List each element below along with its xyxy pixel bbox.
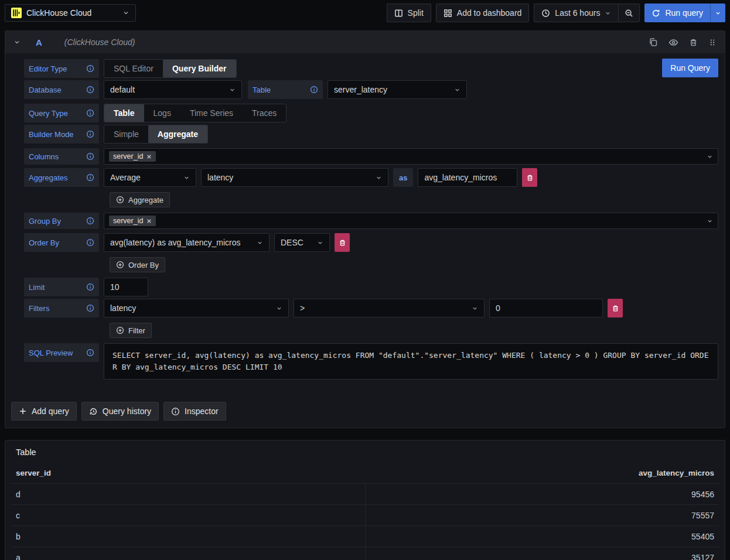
query-type-switch: Table Logs Time Series Traces	[104, 104, 286, 122]
columns-label: Columns	[24, 148, 99, 165]
run-query-inline-button[interactable]: Run Query	[662, 59, 718, 77]
as-label: as	[393, 168, 413, 187]
plus-circle-icon	[116, 261, 124, 269]
builder-mode-option-aggregate[interactable]: Aggregate	[148, 125, 207, 143]
columns-multiselect[interactable]: server_id	[104, 148, 718, 165]
query-type-option-logs[interactable]: Logs	[144, 104, 180, 122]
cell-server-id: c	[11, 505, 365, 526]
cell-avg-latency-micros: 35127	[365, 547, 719, 560]
database-label: Database	[24, 80, 99, 99]
add-filter-button[interactable]: Filter	[110, 323, 152, 338]
plus-circle-icon	[116, 196, 124, 204]
datasource-picker[interactable]: ClickHouse Cloud	[5, 4, 136, 22]
group-by-multiselect[interactable]: server_id	[104, 213, 718, 229]
query-editor-body: Run Query Editor Type SQL Editor Query B…	[5, 53, 725, 388]
trash-icon	[339, 239, 346, 247]
eye-icon[interactable]	[668, 37, 678, 47]
order-by-direction-select[interactable]: DESC	[274, 233, 330, 252]
remove-order-by-button[interactable]	[335, 233, 350, 252]
table-row: c75557	[11, 505, 719, 526]
filter-operator-select[interactable]: >	[294, 299, 485, 317]
query-type-option-table[interactable]: Table	[104, 104, 144, 122]
limit-label: Limit	[24, 278, 99, 296]
table-row: b55405	[11, 526, 719, 547]
drag-handle-icon[interactable]	[708, 38, 717, 47]
chevron-down-icon	[122, 9, 129, 16]
time-range-picker[interactable]: Last 6 hours	[534, 4, 619, 22]
info-circle-icon[interactable]	[86, 152, 94, 161]
filter-value-input[interactable]	[489, 299, 603, 317]
results-table-body: d95456c75557b55405a35127	[11, 484, 719, 560]
query-ref-id[interactable]: A	[36, 37, 42, 47]
column-header-avg-latency[interactable]: avg_latency_micros	[365, 464, 719, 484]
info-circle-icon[interactable]	[86, 130, 94, 138]
sql-preview-label: SQL Preview	[24, 343, 99, 362]
aggregate-column-value: latency	[207, 173, 233, 182]
database-value: default	[110, 85, 135, 94]
delete-query-icon[interactable]	[689, 38, 698, 47]
aggregate-alias-input[interactable]	[418, 168, 517, 187]
filter-column-select[interactable]: latency	[104, 299, 289, 317]
clock-icon	[541, 9, 550, 18]
chevron-down-icon[interactable]	[707, 218, 713, 224]
query-editor-panel: A (ClickHouse Cloud) Run Query Editor Ty…	[5, 30, 725, 428]
builder-mode-option-simple[interactable]: Simple	[104, 125, 148, 143]
query-editor-header: A (ClickHouse Cloud)	[5, 31, 725, 53]
remove-aggregate-button[interactable]	[522, 168, 537, 187]
chevron-down-icon[interactable]	[707, 153, 713, 160]
builder-mode-label: Builder Mode	[24, 125, 99, 144]
info-circle-icon[interactable]	[310, 86, 318, 94]
info-circle-icon[interactable]	[86, 283, 94, 291]
query-history-button[interactable]: Query history	[81, 402, 159, 421]
info-circle-icon[interactable]	[86, 217, 94, 225]
remove-filter-button[interactable]	[608, 299, 623, 317]
order-by-expression-select[interactable]: avg(latency) as avg_latency_micros	[104, 233, 270, 252]
order-by-direction-value: DESC	[281, 238, 303, 247]
aggregate-function-select[interactable]: Average	[104, 168, 196, 187]
duplicate-query-icon[interactable]	[649, 37, 658, 47]
query-datasource-hint: (ClickHouse Cloud)	[64, 37, 135, 47]
column-header-server-id[interactable]: server_id	[11, 464, 365, 484]
table-label: Table	[248, 80, 323, 99]
query-type-option-traces[interactable]: Traces	[243, 104, 286, 122]
table-row: d95456	[11, 484, 719, 505]
editor-type-label: Editor Type	[24, 59, 99, 78]
query-type-option-time-series[interactable]: Time Series	[180, 104, 243, 122]
datasource-name: ClickHouse Cloud	[26, 8, 118, 18]
add-order-by-button[interactable]: Order By	[110, 257, 165, 272]
sql-preview-code: SELECT server_id, avg(latency) as avg_la…	[104, 343, 718, 380]
info-circle-icon[interactable]	[86, 173, 94, 182]
info-circle-icon[interactable]	[86, 238, 94, 247]
run-query-button[interactable]: Run query	[644, 4, 710, 22]
remove-chip-icon[interactable]	[146, 218, 152, 224]
run-query-dropdown-caret[interactable]	[710, 4, 725, 22]
inspector-button[interactable]: Inspector	[163, 402, 226, 421]
info-circle-icon[interactable]	[86, 304, 94, 312]
panel-title: Table	[11, 446, 719, 464]
dashboard-grid-icon	[444, 9, 452, 18]
remove-chip-icon[interactable]	[146, 154, 152, 159]
table-select[interactable]: server_latency	[328, 80, 467, 99]
add-aggregate-button[interactable]: Aggregate	[110, 192, 170, 207]
table-row: a35127	[11, 547, 719, 560]
aggregate-column-select[interactable]: latency	[201, 168, 388, 187]
info-circle-icon[interactable]	[86, 64, 94, 73]
database-select[interactable]: default	[104, 80, 242, 99]
info-circle-icon[interactable]	[86, 349, 94, 357]
plus-icon	[19, 407, 27, 415]
split-button[interactable]: Split	[387, 4, 431, 22]
query-type-label: Query Type	[24, 104, 99, 122]
zoom-out-time-button[interactable]	[619, 4, 640, 22]
info-circle-icon[interactable]	[86, 86, 94, 94]
order-by-label: Order By	[24, 233, 99, 252]
info-circle-icon[interactable]	[86, 109, 94, 117]
clickhouse-logo-icon	[11, 8, 22, 18]
collapse-chevron-icon[interactable]	[13, 39, 21, 46]
limit-input[interactable]	[104, 278, 148, 296]
add-to-dashboard-button[interactable]: Add to dashboard	[436, 4, 530, 22]
cell-server-id: d	[11, 484, 365, 505]
editor-type-option-query-builder[interactable]: Query Builder	[163, 60, 236, 77]
add-query-button[interactable]: Add query	[11, 402, 77, 421]
trash-icon	[526, 174, 534, 182]
editor-type-option-sql-editor[interactable]: SQL Editor	[104, 60, 163, 77]
